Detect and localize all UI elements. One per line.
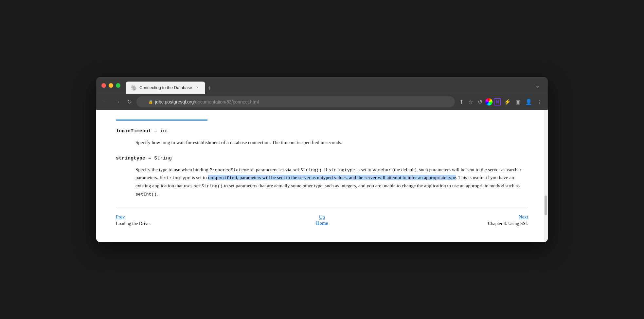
forward-button[interactable]: → <box>113 97 122 107</box>
up-link[interactable]: Up <box>319 215 325 220</box>
nav-right-footer: Next Chapter 4. Using SSL <box>391 214 528 226</box>
url-path: /documentation/83/connect.html <box>194 99 259 104</box>
param-key-stringtype: stringtype <box>116 156 145 161</box>
extensions-button[interactable]: ⚡ <box>502 97 512 107</box>
param-key-logintimeout: loginTimeout <box>116 128 151 134</box>
nav-bar: ← → ↻ 🔒 jdbc.postgresql.org/documentatio… <box>96 94 548 110</box>
notion-icon[interactable]: N <box>494 98 501 105</box>
tab-overflow-button[interactable]: ⌄ <box>532 81 543 90</box>
url-domain: jdbc.postgresql.org <box>155 99 194 104</box>
scrollbar[interactable] <box>544 110 548 242</box>
nav-center: Up Home <box>253 214 391 226</box>
page-navigation-footer: Prev Loading the Driver Up Home Next Cha… <box>116 214 528 229</box>
extension-refresh-button[interactable]: ↺ <box>476 97 484 107</box>
param-desc-logintimeout: Specify how long to wait for establishme… <box>135 139 528 146</box>
new-tab-button[interactable]: + <box>205 83 214 93</box>
address-url: jdbc.postgresql.org/documentation/83/con… <box>155 99 259 104</box>
param-type-stringtype: String <box>154 156 172 161</box>
page-content: loginTimeout = int Specify how long to w… <box>96 110 548 242</box>
nav-right-icons: ⬆ ☆ ↺ N ⚡ ▣ 👤 ⋮ <box>457 97 544 107</box>
tab-title: Connecting to the Database <box>139 85 192 90</box>
active-tab[interactable]: 🐘 Connecting to the Database × <box>126 82 205 94</box>
menu-button[interactable]: ⋮ <box>535 97 544 107</box>
tab-favicon: 🐘 <box>131 85 137 91</box>
top-border-line <box>116 120 207 121</box>
param-name-logintimeout: loginTimeout = int <box>116 128 528 134</box>
title-bar: 🐘 Connecting to the Database × + ⌄ <box>96 77 548 94</box>
tabs-area: 🐘 Connecting to the Database × + <box>126 77 530 94</box>
share-button[interactable]: ⬆ <box>457 97 465 107</box>
address-bar[interactable]: 🔒 jdbc.postgresql.org/documentation/83/c… <box>136 96 455 107</box>
lock-icon: 🔒 <box>148 100 153 104</box>
prev-link[interactable]: Prev <box>116 214 125 219</box>
param-entry-stringtype: stringtype = String Specify the type to … <box>116 156 528 198</box>
chrome-icon[interactable] <box>485 98 492 105</box>
browser-window: 🐘 Connecting to the Database × + ⌄ ← → ↻… <box>96 77 548 242</box>
home-link[interactable]: Home <box>316 220 328 226</box>
param-operator-stringtype: = <box>145 156 154 161</box>
page-wrapper: loginTimeout = int Specify how long to w… <box>96 110 548 242</box>
param-desc-stringtype: Specify the type to use when binding Pre… <box>135 166 528 198</box>
reload-button[interactable]: ↻ <box>125 96 134 107</box>
next-subtitle: Chapter 4. Using SSL <box>391 221 528 226</box>
param-entry-logintimeout: loginTimeout = int Specify how long to w… <box>116 128 528 146</box>
nav-left: Prev Loading the Driver <box>116 214 253 226</box>
scrollbar-thumb[interactable] <box>545 196 547 215</box>
traffic-lights <box>101 83 120 88</box>
back-button[interactable]: ← <box>100 97 110 107</box>
bookmark-button[interactable]: ☆ <box>467 97 475 107</box>
tab-close-button[interactable]: × <box>195 85 200 90</box>
profile-button[interactable]: 👤 <box>524 97 534 107</box>
traffic-light-close[interactable] <box>101 83 106 88</box>
next-link[interactable]: Next <box>519 214 528 219</box>
prev-subtitle: Loading the Driver <box>116 221 253 226</box>
param-type-logintimeout: int <box>160 128 169 134</box>
page-divider <box>116 207 528 207</box>
traffic-light-minimize[interactable] <box>109 83 113 88</box>
traffic-light-maximize[interactable] <box>116 83 120 88</box>
sidebar-button[interactable]: ▣ <box>514 97 522 107</box>
param-name-stringtype: stringtype = String <box>116 156 528 161</box>
param-operator-logintimeout: = <box>151 128 160 134</box>
